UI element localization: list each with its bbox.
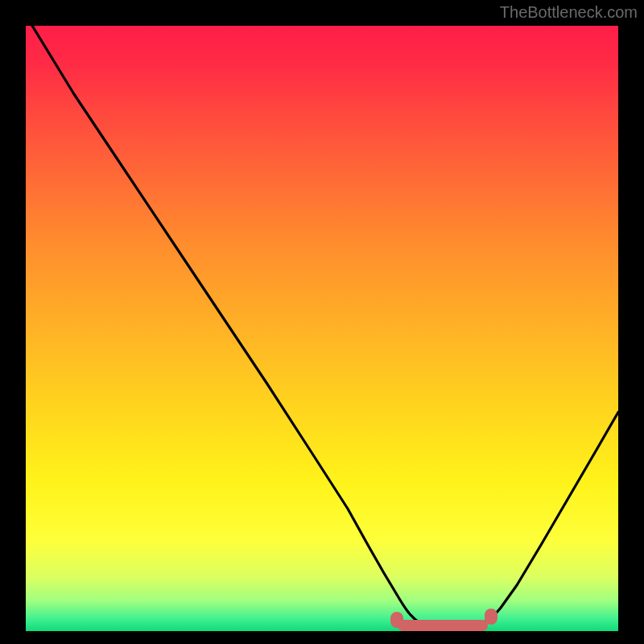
optimal-right-marker bbox=[485, 609, 497, 625]
curve-path bbox=[30, 26, 618, 630]
bottleneck-curve bbox=[26, 26, 618, 631]
plot-area bbox=[26, 26, 618, 631]
optimal-band-marker bbox=[398, 620, 488, 631]
watermark-text: TheBottleneck.com bbox=[500, 3, 638, 22]
